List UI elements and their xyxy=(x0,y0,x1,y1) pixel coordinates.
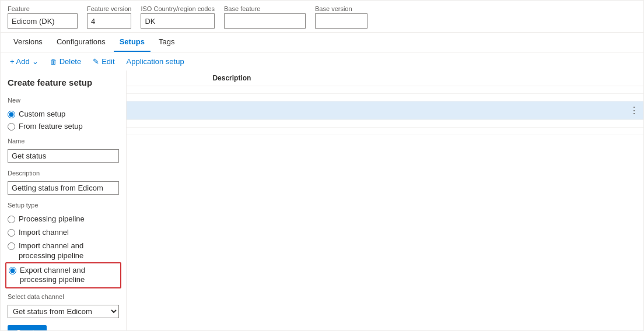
from-feature-setup-label: From feature setup xyxy=(19,122,83,131)
setups-table-panel: Description xyxy=(127,71,643,330)
iso-group: ISO Country/region codes DK xyxy=(141,5,215,29)
add-label: + Add xyxy=(10,57,30,66)
export-channel-processing-option[interactable]: Export channel and processing pipeline xyxy=(9,266,118,286)
import-channel-processing-radio[interactable] xyxy=(8,242,15,250)
description-input[interactable] xyxy=(8,181,119,195)
row-name xyxy=(127,120,208,128)
base-version-group: Base version xyxy=(315,5,368,29)
col-actions-header xyxy=(625,71,643,86)
app-setup-button[interactable]: Application setup xyxy=(124,56,187,67)
create-button[interactable]: Create xyxy=(8,325,47,330)
custom-setup-label: Custom setup xyxy=(19,110,65,118)
processing-pipeline-radio[interactable] xyxy=(8,216,15,223)
table-row[interactable] xyxy=(127,94,643,101)
import-channel-label: Import channel xyxy=(19,228,69,238)
custom-setup-option[interactable]: Custom setup xyxy=(8,110,119,118)
export-channel-processing-radio[interactable] xyxy=(9,267,16,274)
top-bar: Feature Edicom (DK) Feature version 4 IS… xyxy=(1,1,643,33)
row-actions xyxy=(625,94,643,101)
feature-label: Feature xyxy=(8,5,78,12)
edit-label: Edit xyxy=(102,57,114,66)
row-actions xyxy=(625,128,643,135)
import-channel-option[interactable]: Import channel xyxy=(8,228,119,238)
row-description xyxy=(208,101,625,120)
toolbar: + Add ⌄ 🗑 Delete ✎ Edit Application setu… xyxy=(1,52,643,71)
feature-value: Edicom (DK) xyxy=(8,13,78,29)
base-feature-value xyxy=(224,13,306,29)
new-options-group: Custom setup From feature setup xyxy=(8,110,119,131)
row-description xyxy=(208,86,625,94)
row-name xyxy=(127,101,208,120)
base-version-value xyxy=(315,13,368,29)
import-channel-processing-label: Import channel and processing pipeline xyxy=(19,241,119,261)
row-description xyxy=(208,94,625,101)
delete-label: Delete xyxy=(60,57,82,66)
row-actions xyxy=(625,86,643,94)
row-name xyxy=(127,128,208,135)
edit-icon: ✎ xyxy=(93,57,99,66)
create-feature-setup-panel: Create feature setup New Custom setup Fr… xyxy=(1,71,127,330)
chevron-down-icon: ⌄ xyxy=(32,57,38,66)
row-actions xyxy=(625,120,643,128)
col-description-header: Description xyxy=(208,71,625,86)
row-description xyxy=(208,120,625,128)
delete-icon: 🗑 xyxy=(50,58,57,66)
feature-version-label: Feature version xyxy=(87,5,131,12)
tabs-bar: Versions Configurations Setups Tags xyxy=(1,33,643,52)
edit-button[interactable]: ✎ Edit xyxy=(90,56,117,67)
delete-button[interactable]: 🗑 Delete xyxy=(48,56,84,67)
export-channel-processing-label: Export channel and processing pipeline xyxy=(20,266,118,286)
processing-pipeline-option[interactable]: Processing pipeline xyxy=(8,214,119,224)
add-button[interactable]: + Add ⌄ xyxy=(8,56,41,67)
table-row[interactable]: ⋮ xyxy=(127,101,643,120)
tab-versions[interactable]: Versions xyxy=(8,33,48,52)
iso-label: ISO Country/region codes xyxy=(141,5,215,12)
iso-value: DK xyxy=(141,13,215,29)
base-feature-label: Base feature xyxy=(224,5,306,12)
setups-table: Description xyxy=(127,71,643,135)
name-input[interactable] xyxy=(8,149,119,163)
table-row[interactable] xyxy=(127,120,643,128)
table-row[interactable] xyxy=(127,86,643,94)
import-channel-processing-option[interactable]: Import channel and processing pipeline xyxy=(8,241,119,261)
row-name xyxy=(127,94,208,101)
row-description xyxy=(208,128,625,135)
name-label: Name xyxy=(8,138,119,145)
base-feature-group: Base feature xyxy=(224,5,306,29)
feature-group: Feature Edicom (DK) xyxy=(8,5,78,29)
table-row[interactable] xyxy=(127,128,643,135)
setup-type-label: Setup type xyxy=(8,202,119,209)
processing-pipeline-label: Processing pipeline xyxy=(19,214,85,224)
tab-configurations[interactable]: Configurations xyxy=(51,33,111,52)
select-channel-label: Select data channel xyxy=(8,293,119,300)
setup-type-group: Processing pipeline Import channel Impor… xyxy=(8,214,119,286)
feature-version-value: 4 xyxy=(87,13,131,29)
app-setup-label: Application setup xyxy=(127,57,184,66)
tab-setups[interactable]: Setups xyxy=(114,33,150,52)
description-label: Description xyxy=(8,170,119,177)
row-name xyxy=(127,86,208,94)
row-actions: ⋮ xyxy=(625,101,643,120)
import-channel-radio[interactable] xyxy=(8,229,15,237)
from-feature-setup-radio[interactable] xyxy=(8,123,15,131)
base-version-label: Base version xyxy=(315,5,368,12)
select-channel-dropdown[interactable]: Get status from Edicom xyxy=(8,305,119,318)
custom-setup-radio[interactable] xyxy=(8,111,15,118)
col-name-header xyxy=(127,71,208,86)
from-feature-setup-option[interactable]: From feature setup xyxy=(8,122,119,131)
content-area: Create feature setup New Custom setup Fr… xyxy=(1,71,643,330)
export-channel-highlighted-box: Export channel and processing pipeline xyxy=(5,262,121,289)
table-header-row: Description xyxy=(127,71,643,86)
panel-title: Create feature setup xyxy=(8,78,119,87)
new-section-label: New xyxy=(8,97,119,104)
feature-version-group: Feature version 4 xyxy=(87,5,131,29)
more-actions-icon[interactable]: ⋮ xyxy=(629,105,639,115)
tab-tags[interactable]: Tags xyxy=(153,33,180,52)
